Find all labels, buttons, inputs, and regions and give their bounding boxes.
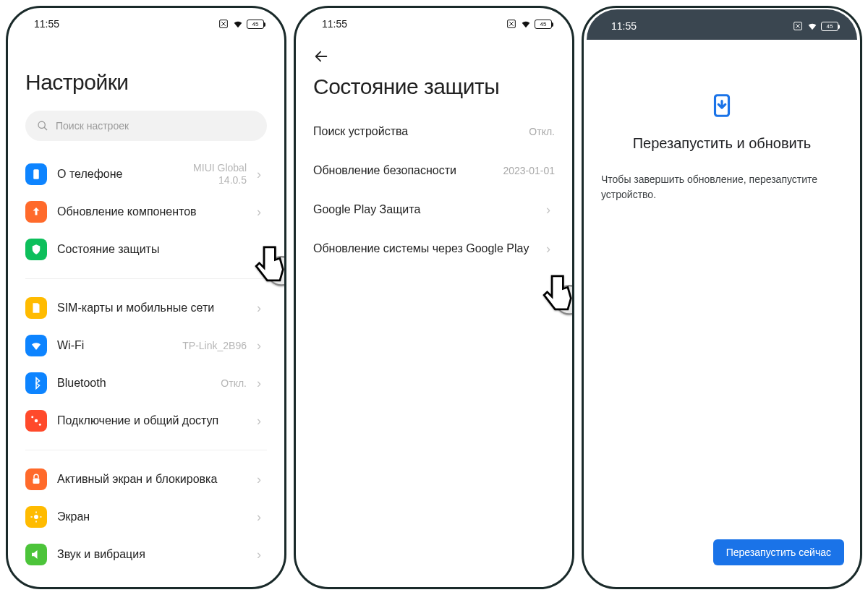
chevron-right-icon: ›: [257, 167, 267, 182]
svg-point-15: [555, 286, 574, 314]
svg-point-1: [38, 121, 45, 128]
arrow-left-icon: [313, 48, 329, 64]
battery-icon: 45: [821, 22, 838, 31]
chevron-right-icon: ›: [257, 547, 267, 562]
chevron-right-icon: ›: [546, 241, 555, 257]
chevron-right-icon: ›: [257, 301, 267, 316]
nosim-icon: [218, 18, 229, 30]
phone-icon: [25, 163, 47, 185]
battery-icon: 45: [247, 20, 264, 29]
row-bluetooth[interactable]: Bluetooth Откл. ›: [25, 364, 267, 402]
chevron-right-icon: ›: [546, 202, 555, 218]
search-icon: [37, 120, 48, 132]
row-wifi[interactable]: Wi-Fi TP-Link_2B96 ›: [25, 327, 267, 364]
divider: [25, 278, 267, 279]
update-title: Перезапустить и обновить: [633, 135, 812, 152]
brightness-icon: [25, 506, 47, 528]
svg-point-5: [31, 416, 33, 418]
status-time: 11:55: [322, 18, 347, 30]
bluetooth-icon: [25, 372, 47, 394]
chevron-right-icon: ›: [257, 338, 267, 354]
status-icons: 45: [506, 18, 552, 30]
nosim-icon: [506, 18, 517, 30]
search-placeholder: Поиск настроек: [56, 120, 129, 132]
status-bar: 11:55 45: [297, 11, 571, 37]
row-component-update[interactable]: Обновление компонентов ›: [25, 193, 267, 231]
status-icons: 45: [792, 20, 838, 32]
sound-icon: [25, 544, 47, 565]
row-about-phone[interactable]: О телефоне MIUI Global 14.0.5 ›: [25, 155, 267, 193]
row-connection-share[interactable]: Подключение и общий доступ ›: [25, 402, 267, 440]
lock-icon: [25, 468, 47, 490]
row-find-device[interactable]: Поиск устройства Откл.: [313, 112, 555, 151]
phone-security-status: 11:55 45 Состояние защиты Поиск устройст…: [294, 6, 574, 589]
cursor-hand-icon: [535, 268, 574, 319]
update-body: Чтобы завершить обновление, перезапустит…: [601, 172, 843, 202]
svg-point-8: [34, 515, 38, 519]
status-time: 11:55: [34, 18, 59, 30]
row-sound[interactable]: Звук и вибрация ›: [25, 536, 267, 573]
status-icons: 45: [218, 18, 264, 30]
row-security-update[interactable]: Обновление безопасности 2023-01-01: [313, 151, 555, 190]
row-lockscreen[interactable]: Активный экран и блокировка ›: [25, 461, 267, 498]
phone-settings: 11:55 45 Настройки Поиск настроек О теле…: [6, 6, 286, 589]
restart-now-button[interactable]: Перезапустить сейчас: [713, 539, 844, 565]
system-update-icon: [708, 92, 736, 119]
svg-line-2: [44, 127, 47, 130]
update-icon: [25, 201, 47, 223]
shield-icon: [25, 239, 47, 260]
svg-rect-7: [33, 479, 40, 484]
row-system-update-gplay[interactable]: Обновление системы через Google Play ›: [313, 229, 555, 268]
row-display[interactable]: Экран ›: [25, 498, 267, 536]
back-button[interactable]: [313, 37, 555, 74]
chevron-right-icon: ›: [257, 472, 267, 487]
row-play-protect[interactable]: Google Play Защита ›: [313, 190, 555, 229]
chevron-right-icon: ›: [257, 414, 267, 429]
wifi-icon: [232, 18, 244, 30]
page-title: Состояние защиты: [313, 74, 555, 99]
chevron-right-icon: ›: [257, 510, 267, 525]
wifi-row-icon: [25, 335, 47, 356]
divider: [25, 450, 267, 450]
row-sim[interactable]: SIM-карты и мобильные сети ›: [25, 289, 267, 327]
status-time: 11:55: [611, 20, 637, 32]
wifi-icon: [520, 18, 532, 30]
status-bar: 11:55 45: [9, 11, 283, 37]
row-security-status[interactable]: Состояние защиты: [25, 231, 267, 268]
status-bar: 11:55 45: [587, 9, 857, 40]
svg-rect-3: [33, 169, 39, 179]
share-icon: [25, 410, 47, 432]
search-input[interactable]: Поиск настроек: [25, 111, 267, 141]
chevron-right-icon: ›: [257, 205, 267, 220]
svg-point-4: [35, 419, 38, 423]
nosim-icon: [792, 20, 804, 32]
chevron-right-icon: ›: [257, 376, 267, 391]
page-title: Настройки: [25, 70, 267, 95]
svg-point-6: [39, 424, 41, 426]
battery-icon: 45: [535, 20, 552, 29]
phone-update-prompt: 11:55 45 Перезапустить и обновить Чтобы …: [582, 6, 862, 589]
wifi-icon: [807, 20, 818, 32]
sim-icon: [25, 297, 47, 319]
